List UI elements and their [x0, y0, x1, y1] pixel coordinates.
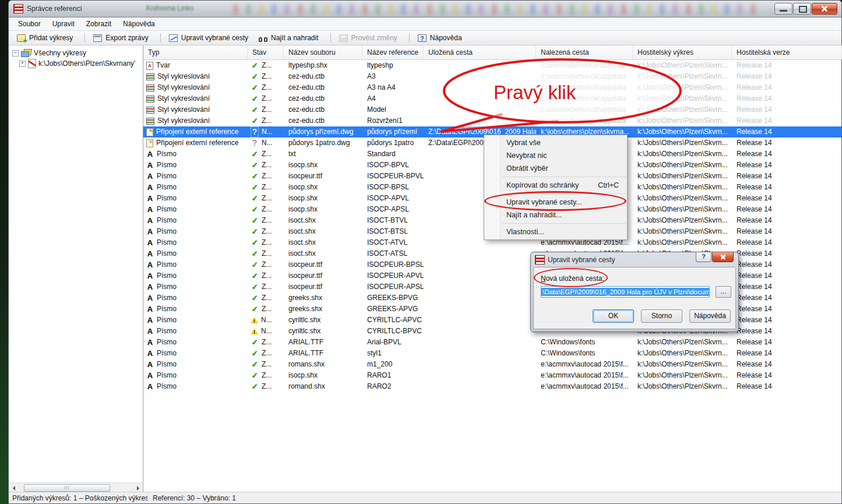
cell-host: k:\Jobs\Others\Plzen\Skvrn... [633, 182, 732, 193]
title-bar[interactable]: Knihovna Links Správce referencí [9, 1, 841, 17]
table-row[interactable]: APísmo✓Z...romans.shxm1_200e:\acmmxv\aut… [143, 359, 841, 370]
scroll-right-arrow-icon[interactable] [133, 483, 143, 492]
cancel-button[interactable]: Storno [641, 309, 682, 323]
expand-expander-icon[interactable]: + [19, 61, 26, 67]
cell-typ: APísmo [143, 259, 248, 270]
new-saved-path-input[interactable]: \Data\EGPI\2009\016_2009 Hala pro ÚJV v … [541, 286, 710, 298]
toolbar-najit-a-nahradit[interactable]: Najít a nahradit [255, 33, 325, 43]
minimize-button[interactable] [774, 3, 792, 15]
table-row[interactable]: Styl vykreslování✓Z...cez-edu.ctbModelc:… [143, 104, 841, 115]
cell-nalezena: c:\users\vbehuncik\appdata [536, 71, 633, 82]
cell-typ: Připojení externí reference [143, 126, 248, 138]
table-row[interactable]: Styl vykreslování✓Z...cez-edu.ctbA4c:\us… [143, 93, 841, 104]
cell-nalezena: c:\users\vbehuncik\appdata [536, 93, 633, 104]
cell-typ-label: Písmo [157, 304, 177, 315]
menu-soubor[interactable]: Soubor [12, 18, 47, 30]
cell-verze: Release 14 [732, 171, 841, 182]
dialog-help-button[interactable]: ? [696, 252, 711, 262]
menuitem-obratit-vyber[interactable]: Obrátit výběr [484, 162, 627, 175]
cell-typ: APísmo [143, 182, 248, 193]
cell-typ: APísmo [143, 215, 248, 226]
close-button[interactable] [812, 3, 837, 15]
maximize-button[interactable] [793, 3, 811, 15]
tree-hscrollbar[interactable] [9, 482, 143, 492]
menu-zobrazit[interactable]: Zobrazit [80, 18, 117, 30]
cell-ulozena [424, 71, 536, 82]
toolbar-upravit-vybrane-cesty[interactable]: Upravit vybrané cesty [165, 33, 255, 43]
font-icon: A [146, 372, 154, 380]
xref-icon [146, 128, 153, 136]
font-icon: A [146, 206, 154, 214]
menuitem-najit-a-nahradit[interactable]: Najít a nahradit... [484, 209, 627, 221]
cell-stav-label: Z... [262, 370, 272, 381]
cell-ulozena [424, 104, 536, 115]
cell-typ-label: Styl vykreslování [157, 71, 210, 82]
table-row[interactable]: ATvar✓Z...ltypeshp.shxltypeshpc:\users\v… [143, 60, 841, 71]
window-controls [774, 3, 837, 15]
cell-ulozena [424, 82, 536, 93]
column-header-host[interactable]: Hostitelský výkres [633, 45, 732, 59]
toolbar-pridat-vykresy[interactable]: Přidat výkresy [13, 33, 80, 43]
font-icon: A [146, 327, 154, 336]
tree-item-drawing-path[interactable]: + k:\Jobs\Others\Plzen\Skvrnany' [9, 58, 143, 69]
cell-typ: APísmo [143, 248, 248, 259]
cell-reference: GREEKS-APVG [362, 304, 424, 315]
cell-soubor: isocp.shx [284, 160, 362, 171]
font-icon: A [146, 305, 154, 313]
table-row[interactable]: Styl vykreslování✓Z...cez-edu.ctbRozvrže… [143, 115, 841, 126]
cell-nalezena: C:\Windows\fonts [536, 337, 633, 348]
cell-reference: půdorys přízemí [362, 126, 424, 138]
cell-typ: APísmo [143, 160, 248, 171]
menu-napoveda[interactable]: Nápověda [117, 18, 161, 30]
dialog-body: Nová uložená cesta: \Data\EGPI\2009\016_… [533, 267, 736, 329]
column-header-nalezena[interactable]: Nalezená cesta [536, 45, 633, 59]
cell-typ-label: Připojení externí reference [156, 126, 238, 138]
menuitem-vybrat-vse[interactable]: Vybrat vše [484, 136, 627, 149]
column-header-stav[interactable]: Stav [248, 45, 284, 59]
column-header-verze[interactable]: Hostitelská verze [732, 45, 842, 59]
toolbar-napoveda[interactable]: ?Nápověda [414, 33, 469, 43]
menu-upravit[interactable]: Upravit [47, 18, 80, 30]
menu-separator [502, 193, 626, 194]
cell-typ-label: Písmo [157, 215, 177, 226]
cell-host: k:\Jobs\Others\Plzen\Skvrn... [633, 237, 732, 248]
cell-verze: Release 14 [732, 337, 841, 348]
tree-item-all-drawings[interactable]: − Všechny výkresy [9, 48, 143, 58]
menuitem-upravit-vybrane-cesty[interactable]: Upravit vybrané cesty... [484, 196, 627, 209]
table-row[interactable]: APísmo✓Z...isocp.shxRARO1e:\acmmxv\autoc… [143, 370, 841, 381]
menuitem-vlastnosti[interactable]: Vlastnosti... [484, 225, 627, 238]
cell-soubor: isocp.shx [284, 193, 362, 204]
scrollbar-thumb[interactable] [24, 484, 110, 492]
column-header-reference[interactable]: Název reference [362, 45, 424, 59]
menuitem-kopirovat-do-schranky[interactable]: Kopírovat do schránkyCtrl+C [484, 179, 627, 192]
cell-host: k:\Jobs\Others\Plzen\Skvrn... [633, 138, 732, 149]
cell-reference: m1_200 [362, 359, 424, 370]
column-header-ulozena[interactable]: Uložená cesta [424, 45, 536, 59]
ok-button[interactable]: OK [593, 309, 634, 323]
cell-host: k:\Jobs\Others\Plzen\Skvrn... [633, 226, 732, 237]
table-row[interactable]: APísmo✓Z...ARIAL.TTFArial-BPVLC:\Windows… [143, 337, 841, 348]
scroll-left-arrow-icon[interactable] [9, 483, 18, 492]
table-row[interactable]: APísmo✓Z...romand.shxRARO2e:\acmmxv\auto… [143, 381, 841, 392]
cell-stav: !N... [248, 326, 284, 337]
table-row[interactable]: APísmo✓Z...ARIAL.TTFstyl1C:\Windows\font… [143, 348, 841, 359]
column-header-soubor[interactable]: Název souboru [284, 45, 362, 59]
cell-verze: Release 14 [732, 126, 841, 138]
help-button[interactable]: Nápověda [689, 309, 731, 323]
cell-verze: Release 14 [732, 104, 841, 115]
font-icon: A [146, 361, 154, 369]
check-ok-icon: ✓ [251, 281, 259, 292]
collapse-expander-icon[interactable]: − [12, 50, 19, 57]
cell-host: k:\Jobs\Others\Plzen\Skvrn... [633, 104, 732, 115]
table-row[interactable]: Styl vykreslování✓Z...cez-edu.ctbA3 na A… [143, 82, 841, 93]
browse-button[interactable]: ... [716, 286, 731, 298]
dialog-close-button[interactable] [712, 252, 734, 262]
table-row[interactable]: Styl vykreslování✓Z...cez-edu.ctbA3c:\us… [143, 71, 841, 82]
cell-stav-label: Z... [262, 104, 272, 115]
cell-stav: ✓Z... [248, 82, 284, 93]
cell-soubor: cez-edu.ctb [284, 71, 362, 82]
column-header-typ[interactable]: Typ [143, 45, 248, 59]
cell-stav-label: Z... [262, 149, 272, 160]
menuitem-nevybrat-nic[interactable]: Nevybrat nic [484, 149, 627, 162]
toolbar-export-zpravy[interactable]: Export zprávy [90, 33, 155, 43]
